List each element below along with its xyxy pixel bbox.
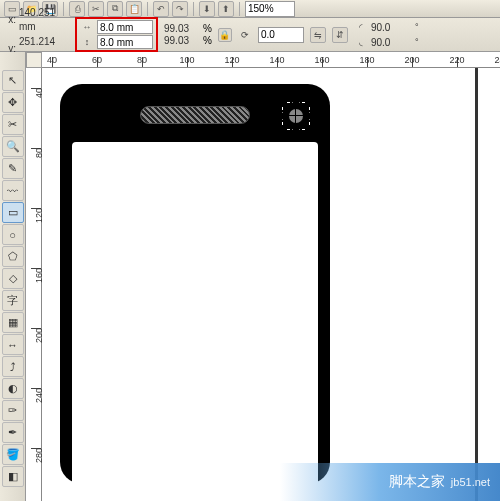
degree-icon: ° (410, 35, 424, 49)
zoom-input[interactable] (245, 1, 295, 17)
main-toolbar: ▭ 📁 💾 ⎙ ✂ ⧉ 📋 ↶ ↷ ⬇ ⬆ (0, 0, 500, 18)
ruler-tick-label: 60 (92, 55, 102, 65)
phone-shape[interactable] (60, 84, 330, 484)
phone-screen[interactable] (72, 142, 318, 484)
degree-icon: ° (410, 20, 424, 34)
redo-icon[interactable]: ↷ (172, 1, 188, 17)
percent-label: % (203, 35, 212, 46)
freehand-tool[interactable]: ✎ (2, 158, 24, 179)
height-icon: ↕ (80, 35, 94, 49)
separator (239, 2, 240, 16)
ruler-tick-label: 180 (359, 55, 374, 65)
mirror-v-icon[interactable]: ⇵ (332, 27, 348, 43)
corner-block: ◜90.0° ◟90.0° (354, 20, 424, 49)
toolbox: ↖ ✥ ✂ 🔍 ✎ 〰 ▭ ○ ⬠ ◇ 字 ▦ ↔ ⤴ ◐ ✑ ✒ 🪣 ◧ (0, 52, 26, 501)
dimension-tool[interactable]: ↔ (2, 334, 24, 355)
corner-icon: ◜ (354, 20, 368, 34)
pick-tool[interactable]: ↖ (2, 70, 24, 91)
resize-handle[interactable] (279, 126, 286, 133)
x-value: 140.251 mm (19, 6, 69, 34)
watermark: 脚本之家 jb51.net (280, 463, 500, 501)
ruler-tick-label: 40 (47, 55, 57, 65)
cut-icon[interactable]: ✂ (88, 1, 104, 17)
width-icon: ↔ (80, 20, 94, 34)
zoom-tool[interactable]: 🔍 (2, 136, 24, 157)
ruler-tick-label: 200 (404, 55, 419, 65)
property-bar: x:140.251 mm y:251.214 mm ↔ ↕ 99.03% 99.… (0, 18, 500, 52)
width-input[interactable] (97, 20, 153, 34)
smart-draw-tool[interactable]: 〰 (2, 180, 24, 201)
rotation-icon: ⟳ (238, 28, 252, 42)
basic-shapes-tool[interactable]: ◇ (2, 268, 24, 289)
vertical-ruler[interactable]: 4080120160200240280 (26, 68, 42, 501)
ruler-tick-label: 120 (224, 55, 239, 65)
separator (147, 2, 148, 16)
scale-x: 99.03 (164, 23, 200, 34)
height-input[interactable] (97, 35, 153, 49)
resize-handle[interactable] (279, 99, 286, 106)
percent-label: % (203, 23, 212, 34)
export-icon[interactable]: ⬆ (218, 1, 234, 17)
resize-handle[interactable] (293, 126, 300, 133)
undo-icon[interactable]: ↶ (153, 1, 169, 17)
connector-tool[interactable]: ⤴ (2, 356, 24, 377)
resize-handle[interactable] (306, 99, 313, 106)
interactive-tool[interactable]: ◐ (2, 378, 24, 399)
watermark-url: jb51.net (451, 476, 490, 488)
print-icon[interactable]: ⎙ (69, 1, 85, 17)
resize-handle[interactable] (293, 99, 300, 106)
import-icon[interactable]: ⬇ (199, 1, 215, 17)
page-shadow (475, 68, 478, 501)
size-block-highlighted: ↔ ↕ (75, 17, 158, 52)
paste-icon[interactable]: 📋 (126, 1, 142, 17)
selected-ellipse[interactable] (282, 102, 310, 130)
ruler-tick-label: 140 (269, 55, 284, 65)
ellipse-tool[interactable]: ○ (2, 224, 24, 245)
angle1: 90.0 (371, 22, 407, 33)
polygon-tool[interactable]: ⬠ (2, 246, 24, 267)
phone-speaker[interactable] (140, 106, 250, 124)
resize-handle[interactable] (279, 113, 286, 120)
corner-icon: ◟ (354, 35, 368, 49)
fill-tool[interactable]: 🪣 (2, 444, 24, 465)
copy-icon[interactable]: ⧉ (107, 1, 123, 17)
text-tool[interactable]: 字 (2, 290, 24, 311)
ruler-origin[interactable] (26, 52, 42, 68)
separator (193, 2, 194, 16)
interactive-fill-tool[interactable]: ◧ (2, 466, 24, 487)
shape-tool[interactable]: ✥ (2, 92, 24, 113)
ruler-tick-label: 100 (179, 55, 194, 65)
scale-block: 99.03% 99.03% (164, 23, 212, 46)
horizontal-ruler[interactable]: 406080100120140160180200220240 (42, 52, 500, 68)
watermark-site: 脚本之家 (389, 473, 445, 491)
rectangle-tool[interactable]: ▭ (2, 202, 24, 223)
x-label: x: (4, 13, 16, 27)
scale-y: 99.03 (164, 35, 200, 46)
selection-center-icon (293, 113, 299, 119)
resize-handle[interactable] (306, 126, 313, 133)
ruler-tick-label: 220 (449, 55, 464, 65)
ruler-tick-label: 80 (137, 55, 147, 65)
table-tool[interactable]: ▦ (2, 312, 24, 333)
crop-tool[interactable]: ✂ (2, 114, 24, 135)
outline-tool[interactable]: ✒ (2, 422, 24, 443)
eyedropper-tool[interactable]: ✑ (2, 400, 24, 421)
drawing-canvas[interactable] (42, 68, 500, 501)
lock-ratio-icon[interactable]: 🔒 (218, 28, 232, 42)
mirror-h-icon[interactable]: ⇋ (310, 27, 326, 43)
rotation-input[interactable] (258, 27, 304, 43)
ruler-tick-label: 240 (494, 55, 500, 65)
resize-handle[interactable] (306, 113, 313, 120)
angle2: 90.0 (371, 37, 407, 48)
ruler-tick-label: 160 (314, 55, 329, 65)
